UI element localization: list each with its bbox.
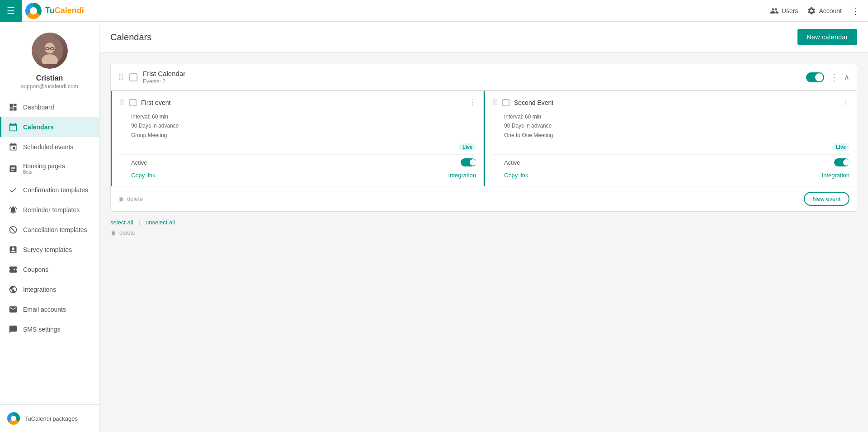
calendar-toggle[interactable] — [806, 72, 824, 82]
sidebar-item-booking-pages[interactable]: Booking pages Beta — [0, 157, 99, 180]
packages-label: TuCalendi packages — [24, 415, 78, 422]
event-title-1: Second Event — [514, 99, 838, 106]
copy-link-button-1[interactable]: Copy link — [504, 172, 528, 179]
cancellation-icon — [9, 225, 18, 234]
calendar-info: Frist Calendar Events: 2 — [143, 70, 801, 85]
unselect-all-button[interactable]: unselect all — [146, 219, 175, 226]
sidebar-item-confirmation-templates[interactable]: Confirmation templates — [0, 180, 99, 200]
event-col-1: ⠿ Second Event ⋮ Interval: 60 min 90 Day… — [484, 91, 857, 186]
topbar: ☰ TuCalendi Users Account ⋮ — [0, 0, 868, 22]
event-links-0: Copy link Integration — [119, 172, 476, 179]
bulk-actions-separator: | — [139, 219, 140, 226]
sidebar: Cristian support@tucalendi.com Dashboard… — [0, 22, 99, 432]
sidebar-item-label: Integrations — [23, 286, 56, 293]
event-active-row-0: Active — [119, 154, 476, 170]
menu-icon: ☰ — [7, 5, 15, 16]
event-meeting-type-1: One to One Meeting — [504, 131, 849, 140]
event-active-row-1: Active — [492, 154, 849, 170]
page-header: Calendars New calendar — [99, 22, 868, 53]
event-status-badge-0: Live — [459, 143, 476, 151]
integrations-icon — [9, 285, 18, 294]
event-toggle-knob-1 — [843, 159, 849, 166]
sidebar-item-reminder-templates[interactable]: Reminder templates — [0, 200, 99, 220]
drag-handle[interactable]: ⠿ — [118, 72, 124, 82]
event-active-label-1: Active — [504, 159, 520, 166]
sidebar-item-calendars[interactable]: Calendars — [0, 117, 99, 137]
bulk-trash-icon — [110, 230, 117, 236]
sidebar-profile: Cristian support@tucalendi.com — [0, 22, 99, 97]
sidebar-item-sms-settings[interactable]: SMS settings — [0, 319, 99, 339]
calendar-collapse-button[interactable]: ∧ — [844, 73, 849, 81]
event-meta-0: Interval: 60 min 90 Days in advance Grou… — [119, 112, 476, 140]
event-more-button-0[interactable]: ⋮ — [469, 98, 476, 107]
sidebar-item-label: Cancellation templates — [23, 226, 87, 233]
more-options-button[interactable]: ⋮ — [851, 5, 861, 16]
trash-icon — [118, 196, 124, 202]
logo[interactable]: TuCalendi — [25, 3, 84, 19]
sidebar-item-label: Survey templates — [23, 246, 72, 253]
event-more-button-1[interactable]: ⋮ — [842, 98, 849, 107]
calendar-more-button[interactable]: ⋮ — [830, 72, 839, 83]
email-icon — [9, 305, 18, 314]
integration-button-0[interactable]: Integration — [448, 172, 476, 179]
topbar-left: ☰ TuCalendi — [7, 0, 770, 22]
event-advance-0: 90 Days in advance — [131, 121, 476, 130]
dashboard-icon — [9, 103, 18, 112]
users-icon — [770, 6, 779, 15]
calendar-events-count: Events: 2 — [143, 78, 801, 85]
select-all-button[interactable]: select all — [110, 219, 133, 226]
event-title-0: First event — [141, 99, 464, 106]
account-action[interactable]: Account — [807, 6, 842, 15]
users-action[interactable]: Users — [770, 6, 798, 15]
sidebar-item-survey-templates[interactable]: Survey templates — [0, 240, 99, 260]
event-toggle-0[interactable] — [461, 158, 476, 166]
bottom-logo-inner — [11, 416, 16, 421]
event-drag-handle[interactable]: ⠿ — [119, 98, 125, 107]
event-advance-1: 90 Days in advance — [504, 121, 849, 130]
bottom-logo-icon — [7, 412, 20, 425]
sidebar-item-integrations[interactable]: Integrations — [0, 280, 99, 299]
integration-button-1[interactable]: Integration — [822, 172, 849, 179]
avatar-image — [32, 33, 68, 69]
sidebar-item-cancellation-templates[interactable]: Cancellation templates — [0, 220, 99, 240]
event-meta-1: Interval: 60 min 90 Days in advance One … — [492, 112, 849, 140]
calendar-actions: ⋮ ∧ — [806, 72, 849, 83]
calendar-footer-0: delete New event — [111, 186, 857, 211]
profile-name: Cristian — [36, 74, 63, 82]
menu-button[interactable]: ☰ — [0, 0, 22, 22]
bulk-actions: select all | unselect all — [110, 219, 857, 226]
survey-icon — [9, 245, 18, 254]
delete-label: delete — [127, 195, 143, 202]
toggle-knob — [815, 73, 823, 81]
sidebar-item-email-accounts[interactable]: Email accounts — [0, 299, 99, 319]
sidebar-item-label: Dashboard — [23, 104, 54, 111]
copy-link-button-0[interactable]: Copy link — [131, 172, 155, 179]
booking-icon — [9, 164, 18, 173]
sidebar-item-dashboard[interactable]: Dashboard — [0, 97, 99, 117]
sidebar-item-label: Email accounts — [23, 306, 66, 313]
event-checkbox-0[interactable] — [129, 99, 137, 106]
confirmation-icon — [9, 185, 18, 195]
tucalendi-packages[interactable]: TuCalendi packages — [0, 404, 99, 432]
event-drag-handle-1[interactable]: ⠿ — [492, 98, 498, 107]
event-live-row-0: Live — [119, 143, 476, 151]
event-active-label-0: Active — [131, 159, 147, 166]
sidebar-item-scheduled-events[interactable]: Scheduled events — [0, 137, 99, 157]
profile-email: support@tucalendi.com — [21, 83, 78, 90]
event-interval-0: Interval: 60 min — [131, 112, 476, 121]
new-event-button[interactable]: New event — [804, 192, 849, 206]
event-toggle-knob-0 — [470, 159, 476, 166]
sidebar-item-coupons[interactable]: Coupons — [0, 260, 99, 280]
avatar-svg — [36, 37, 63, 64]
sidebar-item-label: Booking pages — [23, 162, 65, 170]
event-meeting-type-0: Group Meeting — [131, 131, 476, 140]
bulk-delete[interactable]: delete — [110, 229, 857, 236]
new-calendar-button[interactable]: New calendar — [797, 29, 857, 45]
event-toggle-1[interactable] — [834, 158, 849, 166]
logo-inner-circle — [30, 7, 37, 14]
calendar-checkbox[interactable] — [129, 73, 137, 81]
main-content: Calendars New calendar ⠿ Frist Calendar … — [99, 22, 868, 432]
event-checkbox-1[interactable] — [502, 99, 509, 106]
logo-text: TuCalendi — [45, 6, 84, 15]
calendar-delete-button[interactable]: delete — [118, 195, 143, 202]
